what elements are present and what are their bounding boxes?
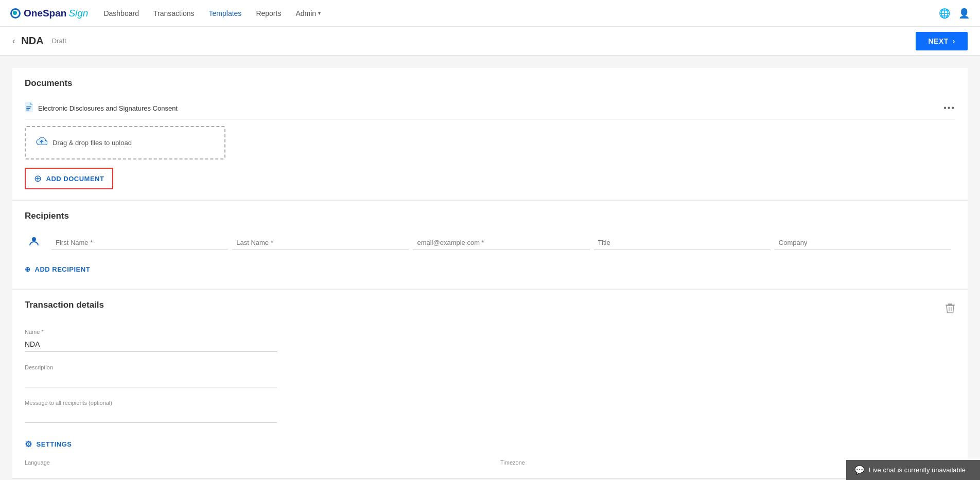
global-icon: 🌐: [939, 8, 950, 19]
next-button[interactable]: NEXT ›: [916, 32, 968, 50]
profile-icon-button[interactable]: 👤: [958, 8, 970, 19]
nav-templates[interactable]: Templates: [209, 9, 242, 17]
document-item: Electronic Disclosures and Signatures Co…: [25, 97, 955, 120]
transaction-details-section: Transaction details Name *: [12, 290, 968, 479]
add-circle-icon: ⊕: [34, 173, 42, 184]
delete-icon: [945, 306, 955, 316]
upload-icon: [36, 136, 47, 149]
add-recipient-button[interactable]: ⊕ ADD RECIPIENT: [25, 260, 90, 278]
logo-onespan: OneSpan: [24, 8, 66, 19]
main-content: Documents Electronic Disclosures and Sig…: [0, 56, 980, 480]
transaction-header: Transaction details: [25, 300, 955, 318]
settings-button[interactable]: ⚙ SETTINGS: [25, 435, 72, 453]
add-document-button[interactable]: ⊕ ADD DOCUMENT: [25, 168, 113, 189]
add-recipient-circle-icon: ⊕: [25, 265, 31, 273]
back-button[interactable]: ‹: [12, 37, 15, 46]
nav-reports[interactable]: Reports: [256, 9, 281, 17]
navbar: OneSpanSign Dashboard Transactions Templ…: [0, 0, 980, 27]
description-input[interactable]: [25, 372, 277, 387]
next-label: NEXT: [928, 37, 948, 45]
logo-circle: [10, 8, 21, 19]
nav-icons: 🌐 👤: [939, 8, 970, 19]
settings-label: SETTINGS: [37, 440, 72, 448]
company-input[interactable]: [775, 236, 951, 250]
admin-chevron-down-icon: ▾: [318, 10, 321, 16]
first-name-input[interactable]: [51, 236, 228, 250]
message-label: Message to all recipients (optional): [25, 400, 277, 406]
draft-badge: Draft: [52, 37, 66, 45]
global-icon-button[interactable]: 🌐: [939, 8, 950, 19]
document-menu-button[interactable]: •••: [943, 103, 955, 113]
language-field: Language: [25, 459, 480, 468]
language-label: Language: [25, 459, 480, 466]
add-document-label: ADD DOCUMENT: [46, 175, 104, 183]
nav-admin[interactable]: Admin ▾: [295, 9, 321, 17]
nav-links: Dashboard Transactions Templates Reports…: [103, 9, 939, 17]
last-name-input[interactable]: [232, 236, 409, 250]
transaction-section-title: Transaction details: [25, 300, 104, 310]
description-field: Description: [25, 364, 277, 387]
person-icon: [28, 235, 40, 251]
nav-dashboard[interactable]: Dashboard: [103, 9, 139, 17]
recipient-row: [25, 229, 955, 256]
document-name: Electronic Disclosures and Signatures Co…: [38, 104, 178, 112]
next-arrow-icon: ›: [953, 37, 955, 45]
page-header-left: ‹ NDA Draft: [12, 35, 66, 47]
document-item-left: Electronic Disclosures and Signatures Co…: [25, 102, 178, 114]
recipient-fields: [51, 236, 955, 250]
add-recipient-label: ADD RECIPIENT: [35, 265, 91, 273]
chat-icon: 💬: [854, 465, 865, 475]
drop-zone[interactable]: Drag & drop files to upload: [25, 126, 225, 159]
page-title: NDA: [21, 35, 43, 47]
email-input[interactable]: [413, 236, 589, 250]
transaction-name-input[interactable]: [25, 337, 277, 352]
svg-point-4: [32, 237, 36, 241]
name-field: Name *: [25, 329, 277, 352]
logo-sign: Sign: [68, 8, 88, 19]
message-field: Message to all recipients (optional): [25, 400, 277, 423]
svg-rect-0: [26, 106, 31, 108]
svg-rect-2: [26, 110, 29, 111]
bottom-fields: Language Timezone: [25, 459, 955, 468]
recipients-section-title: Recipients: [25, 211, 955, 221]
documents-section-title: Documents: [25, 78, 955, 88]
nav-transactions[interactable]: Transactions: [153, 9, 195, 17]
logo: OneSpanSign: [10, 8, 88, 19]
recipient-avatar: [25, 234, 43, 252]
live-chat-text: Live chat is currently unavailable: [869, 466, 966, 474]
description-label: Description: [25, 364, 277, 370]
gear-icon: ⚙: [25, 439, 32, 449]
documents-section: Documents Electronic Disclosures and Sig…: [12, 68, 968, 201]
document-file-icon: [25, 102, 33, 114]
profile-icon: 👤: [958, 8, 970, 19]
name-label: Name *: [25, 329, 277, 335]
title-input[interactable]: [594, 236, 771, 250]
delete-transaction-button[interactable]: [945, 303, 955, 316]
recipients-section: Recipients ⊕ ADD RECIPIENT: [12, 201, 968, 290]
svg-rect-1: [26, 108, 30, 109]
live-chat-widget: 💬 Live chat is currently unavailable: [846, 460, 980, 480]
page-header: ‹ NDA Draft NEXT ›: [0, 27, 980, 56]
drop-zone-text: Drag & drop files to upload: [52, 139, 132, 147]
message-input[interactable]: [25, 408, 277, 423]
svg-rect-5: [948, 304, 952, 305]
